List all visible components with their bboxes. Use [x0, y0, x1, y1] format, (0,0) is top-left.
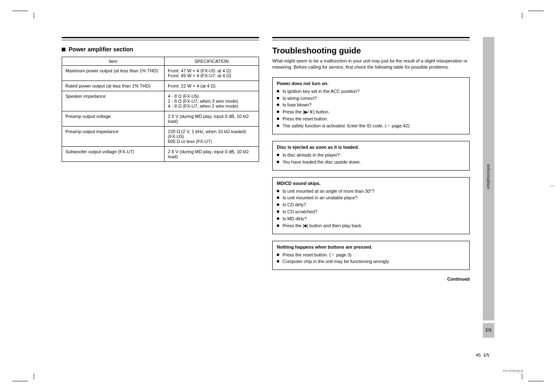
list-item: Is unit mounted at an angle of more than…: [277, 188, 465, 194]
symptom-text: MD/CD sound skips.: [277, 181, 465, 186]
spec-table: Item SPECIFICATION Maximum power output …: [62, 57, 259, 162]
list-item: Is wiring correct?: [277, 95, 465, 101]
table-row: Preamp output voltage2.5 V (during MD pl…: [62, 111, 259, 127]
table-cell-item: Rated power output (at less than 1% THD): [62, 81, 164, 91]
section-heading: Power amplifier section: [62, 46, 259, 53]
trouble-box: MD/CD sound skips.Is unit mounted at an …: [272, 177, 470, 234]
heading-text: Power amplifier section: [69, 46, 133, 53]
symptom-text: Nothing happens when buttons are pressed…: [277, 244, 465, 249]
edge-dash: [550, 186, 554, 186]
table-cell-spec: 4 - 8 Ω (FX-U5) 2 - 8 Ω (FX-U7, when 3 w…: [164, 91, 259, 111]
list-item: Press the [■] button and then play back.: [277, 223, 465, 229]
left-column: Power amplifier section Item SPECIFICATI…: [62, 37, 259, 357]
crop-mark-br: [519, 371, 544, 384]
list-item: Press the reset button.: [277, 116, 465, 122]
cause-list: Is disc already in the player?You have l…: [277, 152, 465, 165]
symptom-text: Power does not turn on.: [277, 81, 465, 86]
footer-code: FX-U7/U5 (E) A: [503, 369, 523, 372]
symptom-text: Disc is ejected as soon as it is loaded.: [277, 145, 465, 150]
table-row: Maximum power output (at less than 1% TH…: [62, 66, 259, 81]
trouble-box: Power does not turn on.Is ignition key s…: [272, 77, 470, 134]
list-item: Press the reset button. (☞ page 3): [277, 252, 465, 258]
troubleshooting-intro: What might seem to be a malfunction in y…: [272, 58, 470, 71]
table-cell-item: Preamp output voltage: [62, 111, 164, 127]
right-column: Troubleshooting guide What might seem to…: [272, 37, 470, 357]
table-header-spec: SPECIFICATION: [164, 57, 259, 66]
table-cell-spec: 2.5 V (during MD play, input 0 dB, 10 kΩ…: [164, 111, 259, 127]
table-cell-spec: Front: 47 W × 4 (FX-U5: at 4 Ω) Front: 4…: [164, 66, 259, 81]
list-item: Press the [▶/⏸] button.: [277, 109, 465, 115]
crop-mark-tr: [519, 8, 544, 21]
trouble-box: Disc is ejected as soon as it is loaded.…: [272, 141, 470, 171]
table-cell-spec: Front: 22 W × 4 (at 4 Ω): [164, 81, 259, 91]
sidebar-lang-tab: EN: [483, 323, 494, 338]
continued-label: Continued: [272, 277, 470, 281]
table-row: Subwoofer output voltage (FX-U7)2.5 V (d…: [62, 147, 259, 162]
divider-heavy: [62, 37, 259, 38]
table-row: Preamp output impedance220 Ω (2 V, 1 kHz…: [62, 127, 259, 147]
divider-heavy: [272, 37, 470, 38]
table-cell-item: Speaker impedance: [62, 91, 164, 111]
divider-thin: [272, 40, 470, 40]
list-item: Computer chip in the unit may be functio…: [277, 258, 465, 265]
list-item: Is CD scratched?: [277, 209, 465, 215]
table-header-item: Item: [62, 57, 164, 66]
crop-mark-tl: [12, 8, 37, 21]
list-item: Is fuse blown?: [277, 102, 465, 108]
crop-mark-bl: [12, 371, 37, 384]
cause-list: Is ignition key set in the ACC position?…: [277, 88, 465, 129]
list-item: Is ignition key set in the ACC position?: [277, 88, 465, 95]
list-item: Is CD dirty?: [277, 202, 465, 208]
list-item: Is disc already in the player?: [277, 152, 465, 158]
table-cell-item: Subwoofer output voltage (FX-U7): [62, 147, 164, 162]
table-cell-item: Preamp output impedance: [62, 127, 164, 147]
cause-list: Press the reset button. (☞ page 3)Comput…: [277, 252, 465, 265]
divider-thin: [62, 40, 259, 40]
list-item: Is unit mounted in an unstable place?: [277, 195, 465, 201]
sidebar-label: Information: [486, 164, 491, 189]
square-bullet-icon: [62, 48, 65, 51]
list-item: You have loaded the disc upside down.: [277, 159, 465, 165]
table-row: Speaker impedance4 - 8 Ω (FX-U5) 2 - 8 Ω…: [62, 91, 259, 111]
trouble-box: Nothing happens when buttons are pressed…: [272, 241, 470, 270]
cause-list: Is unit mounted at an angle of more than…: [277, 188, 465, 229]
table-row: Rated power output (at less than 1% THD)…: [62, 81, 259, 91]
table-cell-spec: 220 Ω (2 V, 1 kHz, when 10 kΩ loaded) (F…: [164, 127, 259, 147]
table-cell-item: Maximum power output (at less than 1% TH…: [62, 66, 164, 81]
table-cell-spec: 2.5 V (during MD play, input 0 dB, 10 kΩ…: [164, 147, 259, 162]
sidebar-tab: Information: [483, 37, 494, 321]
list-item: The safety function is activated. Enter …: [277, 123, 465, 129]
sidebar: Information EN: [483, 37, 494, 357]
list-item: Is MD dirty?: [277, 216, 465, 222]
troubleshooting-title: Troubleshooting guide: [272, 46, 470, 55]
